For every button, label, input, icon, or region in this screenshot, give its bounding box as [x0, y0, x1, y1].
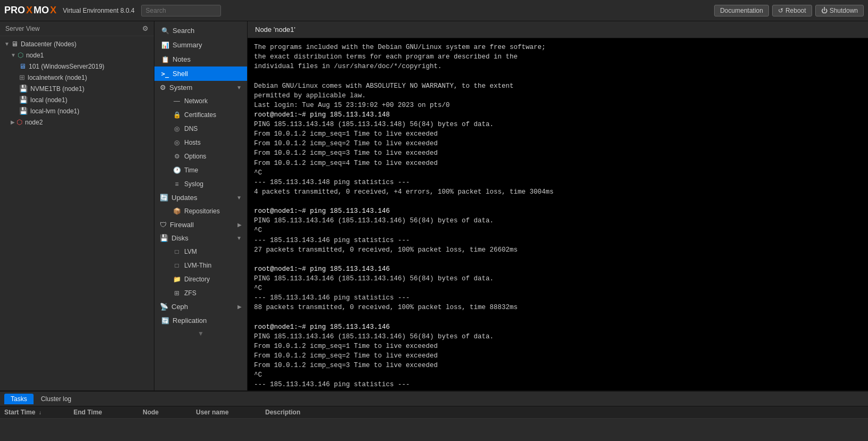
datacenter-icon: 🖥	[11, 40, 18, 48]
nav-shell[interactable]: >_ Shell	[154, 66, 247, 81]
logo-x2: X	[50, 5, 56, 16]
nav-lvm-thin[interactable]: □ LVM-Thin	[162, 259, 247, 272]
tree-item-localnetwork[interactable]: ⊞ localnetwork (node1)	[0, 72, 154, 83]
server-view-label: Server View	[5, 25, 39, 32]
nav-updates[interactable]: 🔄 Updates ▼	[154, 191, 247, 204]
node1-label: node1	[26, 52, 44, 59]
expand-arrow-node1: ▼	[11, 52, 16, 58]
terminal-line-26: PING 185.113.143.146 (185.113.143.146) 5…	[254, 332, 862, 342]
tab-tasks[interactable]: Tasks	[4, 394, 34, 404]
terminal-line-18: --- 185.113.143.146 ping statistics ---	[254, 236, 862, 245]
firewall-expand-arrow: ▶	[238, 222, 242, 228]
hosts-icon: ◎	[173, 139, 181, 146]
nav-repositories[interactable]: 📦 Repositories	[162, 204, 247, 218]
main-area: Server View ⚙ ▼ 🖥 Datacenter (Nodes) ▼ ⬡…	[0, 21, 868, 390]
vm101-label: 101 (WindowsServer2019)	[29, 63, 104, 70]
col-header-user-name[interactable]: User name	[196, 409, 265, 416]
nav-system[interactable]: ⚙ System ▼	[154, 81, 247, 94]
nav-panel: 🔍 Search 📊 Summary 📋 Notes >_ Shell ⚙ Sy…	[154, 21, 248, 390]
lvm-icon: □	[173, 248, 181, 255]
nav-hosts[interactable]: ◎ Hosts	[162, 136, 247, 149]
terminal-line-22: ^C	[254, 284, 862, 293]
terminal-line-10: From 10.0.1.2 icmp_seq=3 Time to live ex…	[254, 148, 862, 158]
nav-disks[interactable]: 💾 Disks ▼	[154, 231, 247, 245]
options-icon: ⚙	[173, 153, 181, 160]
nav-disks-sub: □ LVM □ LVM-Thin 📁 Directory ⊞ ZFS	[154, 245, 247, 300]
search-input[interactable]	[141, 5, 221, 16]
terminal-line-0: The programs included with the Debian GN…	[254, 43, 862, 52]
nav-dns[interactable]: ◎ DNS	[162, 122, 247, 136]
scroll-down-indicator: ▼	[154, 328, 247, 339]
vm-icon: 🖥	[19, 62, 26, 70]
updates-expand-arrow: ▼	[236, 195, 242, 201]
search-icon: 🔍	[161, 27, 169, 35]
terminal[interactable]: The programs included with the Debian GN…	[248, 38, 868, 390]
content-area: Node 'node1' The programs included with …	[248, 21, 868, 390]
nav-firewall[interactable]: 🛡 Firewall ▶	[154, 218, 247, 231]
storage-icon-nvme: 💾	[19, 85, 28, 93]
ceph-icon: 📡	[160, 303, 168, 311]
terminal-line-14: 4 packets transmitted, 0 received, +4 er…	[254, 187, 862, 197]
reboot-button[interactable]: ↺ Reboot	[772, 5, 812, 16]
nav-replication[interactable]: 🔄 Replication	[154, 313, 247, 328]
nav-notes[interactable]: 📋 Notes	[154, 52, 247, 66]
syslog-icon: ≡	[173, 180, 181, 188]
documentation-button[interactable]: Documentation	[714, 5, 769, 16]
col-header-start-time[interactable]: Start Time ↓	[4, 409, 73, 416]
storage-icon-local: 💾	[19, 96, 28, 104]
col-header-end-time[interactable]: End Time	[73, 409, 143, 416]
nav-system-sub: — Network 🔒 Certificates ◎ DNS ◎ Hosts ⚙…	[154, 94, 247, 191]
logo-pro: PRO	[4, 5, 25, 16]
repo-icon: 📦	[173, 207, 181, 215]
nav-summary[interactable]: 📊 Summary	[154, 38, 247, 52]
terminal-line-8: From 10.0.1.2 icmp_seq=1 Time to live ex…	[254, 129, 862, 139]
terminal-line-6: root@node1:~# ping 185.113.143.148	[254, 110, 862, 120]
expand-arrow-node2: ▶	[11, 119, 15, 125]
topbar: PROXMOX Virtual Environment 8.0.4 Docume…	[0, 0, 868, 21]
nav-updates-sub: 📦 Repositories	[154, 204, 247, 218]
nav-syslog[interactable]: ≡ Syslog	[162, 177, 247, 191]
bottom-tabs: Tasks Cluster log	[0, 392, 868, 406]
terminal-line-28: From 10.0.1.2 icmp_seq=2 Time to live ex…	[254, 351, 862, 361]
terminal-line-13: --- 185.113.143.148 ping statistics ---	[254, 178, 862, 187]
nav-network[interactable]: — Network	[162, 94, 247, 108]
tab-cluster-log[interactable]: Cluster log	[35, 394, 78, 404]
col-header-description[interactable]: Description	[265, 409, 864, 416]
nav-options[interactable]: ⚙ Options	[162, 149, 247, 163]
node-title: Node 'node1'	[255, 26, 296, 34]
terminal-line-2: individual files in /usr/share/doc/*/cop…	[254, 62, 862, 71]
tree-item-local-lvm[interactable]: 💾 local-lvm (node1)	[0, 105, 154, 117]
nav-zfs[interactable]: ⊞ ZFS	[162, 286, 247, 300]
terminal-line-31: --- 185.113.143.146 ping statistics ---	[254, 380, 862, 389]
tree-item-nvme[interactable]: 💾 NVME1TB (node1)	[0, 83, 154, 94]
shutdown-button[interactable]: ⏻ Shutdown	[815, 5, 864, 16]
storage-icon-lvm: 💾	[19, 107, 28, 115]
logo: PROXMOX	[4, 5, 56, 16]
tree-item-node2[interactable]: ▶ ⬡ node2	[0, 117, 154, 128]
terminal-line-16: PING 185.113.143.146 (185.113.143.146) 5…	[254, 216, 862, 226]
nav-lvm[interactable]: □ LVM	[162, 245, 247, 259]
table-header: Start Time ↓ End Time Node User name Des…	[0, 406, 868, 419]
tree-item-vm101[interactable]: 🖥 101 (WindowsServer2019)	[0, 61, 154, 72]
reboot-icon: ↺	[778, 7, 783, 14]
directory-icon: 📁	[173, 276, 181, 283]
nav-ceph[interactable]: 📡 Ceph ▶	[154, 300, 247, 313]
tree-item-datacenter[interactable]: ▼ 🖥 Datacenter (Nodes)	[0, 38, 154, 49]
gear-icon[interactable]: ⚙	[142, 24, 149, 32]
nav-time[interactable]: 🕐 Time	[162, 163, 247, 177]
terminal-line-23: --- 185.113.143.146 ping statistics ---	[254, 293, 862, 303]
network-icon: ⊞	[19, 73, 25, 81]
col-header-node[interactable]: Node	[143, 409, 196, 416]
nav-directory[interactable]: 📁 Directory	[162, 272, 247, 286]
logo-x1: X	[26, 5, 32, 16]
zfs-icon: ⊞	[173, 289, 181, 297]
disks-expand-arrow: ▼	[236, 235, 242, 241]
nav-certificates[interactable]: 🔒 Certificates	[162, 108, 247, 122]
dns-icon: ◎	[173, 125, 181, 132]
bottom-area: Tasks Cluster log Start Time ↓ End Time …	[0, 390, 868, 441]
tree-item-node1[interactable]: ▼ ⬡ node1	[0, 49, 154, 61]
terminal-line-12: ^C	[254, 168, 862, 178]
tree-item-local[interactable]: 💾 local (node1)	[0, 94, 154, 105]
app-title: Virtual Environment 8.0.4	[63, 7, 135, 14]
nav-search[interactable]: 🔍 Search	[154, 23, 247, 38]
